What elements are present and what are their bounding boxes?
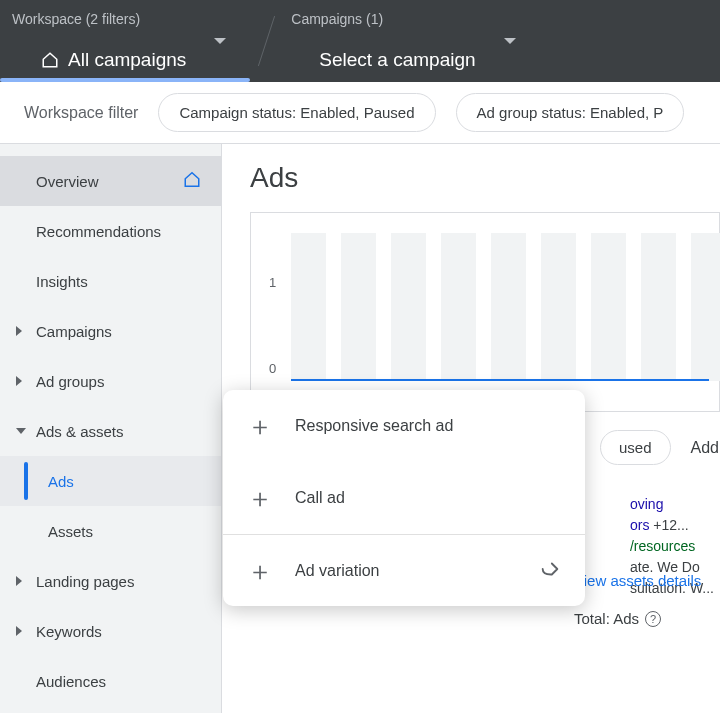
- sidebar-item-ad-groups[interactable]: Ad groups: [0, 356, 221, 406]
- breadcrumb-workspace-main: All campaigns: [68, 49, 186, 71]
- create-ad-menu: ＋ Responsive search ad ＋ Call ad ＋ Ad va…: [223, 390, 585, 606]
- breadcrumb-workspace-sub: Workspace (2 filters): [12, 11, 186, 27]
- open-external-icon: [539, 558, 561, 584]
- ad-preview-phone: +12...: [649, 517, 688, 533]
- breadcrumb-campaigns-main: Select a campaign: [319, 49, 475, 71]
- menu-item-label: Call ad: [295, 489, 345, 507]
- sidebar-item-label: Campaigns: [36, 323, 112, 340]
- plus-icon: ＋: [247, 413, 273, 439]
- top-header: Workspace (2 filters) All campaigns Camp…: [0, 0, 720, 82]
- sidebar-item-label: Recommendations: [36, 223, 161, 240]
- sidebar-item-label: Ads & assets: [36, 423, 124, 440]
- menu-item-ad-variation[interactable]: ＋ Ad variation: [223, 534, 585, 606]
- sidebar-item-label: Audiences: [36, 673, 106, 690]
- breadcrumb-campaigns-sub: Campaigns (1): [291, 11, 475, 27]
- ad-preview-url: /resources: [630, 536, 714, 557]
- chevron-down-icon: [504, 38, 516, 44]
- ad-preview-headline: oving: [630, 494, 714, 515]
- breadcrumb-campaigns[interactable]: Campaigns (1) Select a campaign: [291, 11, 531, 71]
- menu-item-label: Responsive search ad: [295, 417, 453, 435]
- sidebar: Overview Recommendations Insights Campai…: [0, 144, 222, 713]
- total-label: Total: Ads: [574, 610, 639, 627]
- total-row: Total: Ads ?: [574, 610, 661, 627]
- menu-item-call-ad[interactable]: ＋ Call ad: [223, 462, 585, 534]
- breadcrumb-divider: [258, 16, 275, 66]
- sidebar-item-landing-pages[interactable]: Landing pages: [0, 556, 221, 606]
- help-icon[interactable]: ?: [645, 611, 661, 627]
- sidebar-item-audiences[interactable]: Audiences: [0, 656, 221, 706]
- sidebar-item-label: Insights: [36, 273, 88, 290]
- sidebar-item-overview[interactable]: Overview: [0, 156, 221, 206]
- sidebar-item-keywords[interactable]: Keywords: [0, 606, 221, 656]
- view-assets-link[interactable]: View assets details: [574, 572, 701, 589]
- filter-chip-ad-group-status[interactable]: Ad group status: Enabled, P: [456, 93, 685, 132]
- sidebar-item-label: Landing pages: [36, 573, 134, 590]
- home-icon: [40, 51, 60, 69]
- sidebar-item-ads-assets[interactable]: Ads & assets: [0, 406, 221, 456]
- plus-icon: ＋: [247, 485, 273, 511]
- ad-preview-headline2: ors: [630, 517, 649, 533]
- performance-chart[interactable]: 1 0 Apr 1, 2022: [250, 212, 720, 412]
- chart-ytick-0: 0: [269, 361, 276, 376]
- sidebar-item-label: Assets: [48, 523, 93, 540]
- sidebar-item-label: Keywords: [36, 623, 102, 640]
- page-title: Ads: [250, 162, 720, 194]
- add-filter-label[interactable]: Add: [691, 439, 719, 457]
- ad-status-filter[interactable]: used: [600, 430, 671, 465]
- workspace-filter-label: Workspace filter: [24, 104, 138, 122]
- sidebar-item-campaigns[interactable]: Campaigns: [0, 306, 221, 356]
- sidebar-item-recommendations[interactable]: Recommendations: [0, 206, 221, 256]
- sidebar-item-label: Ads: [48, 473, 74, 490]
- sidebar-subitem-ads[interactable]: Ads: [0, 456, 221, 506]
- workspace-filter-row: Workspace filter Campaign status: Enable…: [0, 82, 720, 144]
- chevron-down-icon: [214, 38, 226, 44]
- menu-item-label: Ad variation: [295, 562, 380, 580]
- breadcrumb-workspace[interactable]: Workspace (2 filters) All campaigns: [12, 11, 242, 71]
- sidebar-item-label: Overview: [36, 173, 99, 190]
- menu-item-responsive-search-ad[interactable]: ＋ Responsive search ad: [223, 390, 585, 462]
- progress-indicator: [0, 78, 250, 82]
- plus-icon: ＋: [247, 558, 273, 584]
- chart-ytick-1: 1: [269, 275, 276, 290]
- chart-series-line: [291, 379, 709, 381]
- chart-plot-area: [291, 233, 709, 381]
- sidebar-item-label: Ad groups: [36, 373, 104, 390]
- sidebar-item-insights[interactable]: Insights: [0, 256, 221, 306]
- filter-chip-campaign-status[interactable]: Campaign status: Enabled, Paused: [158, 93, 435, 132]
- home-icon: [183, 171, 201, 192]
- sidebar-subitem-assets[interactable]: Assets: [0, 506, 221, 556]
